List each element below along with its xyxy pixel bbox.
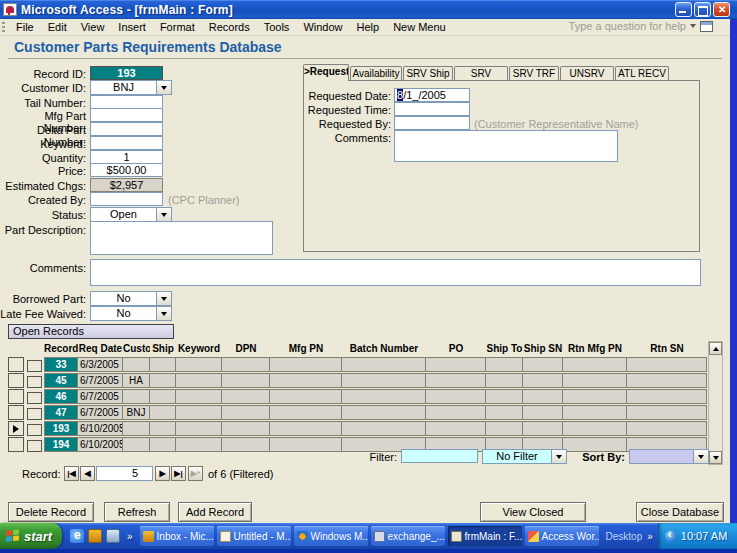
- empty-cell[interactable]: [270, 373, 342, 388]
- empty-cell[interactable]: [426, 373, 486, 388]
- req-date-cell[interactable]: 6/3/2005: [78, 357, 123, 372]
- empty-cell[interactable]: [627, 389, 707, 404]
- row-selector[interactable]: [8, 357, 24, 372]
- tray-status-icon[interactable]: [665, 530, 677, 542]
- comments-field[interactable]: [90, 259, 701, 286]
- row-expand-button[interactable]: [24, 437, 44, 452]
- record-cell[interactable]: 47: [44, 405, 78, 420]
- empty-cell[interactable]: [176, 373, 222, 388]
- empty-cell[interactable]: [486, 373, 523, 388]
- empty-cell[interactable]: [523, 373, 563, 388]
- tab-unsrv-unit[interactable]: UNSRV Unit: [560, 66, 614, 81]
- requested-time-field[interactable]: [394, 102, 470, 116]
- empty-cell[interactable]: [270, 405, 342, 420]
- empty-cell[interactable]: [563, 421, 627, 436]
- tab-comments-field[interactable]: [394, 130, 618, 162]
- customer-cell[interactable]: [123, 437, 150, 452]
- column-header[interactable]: Rtn Mfg PN: [563, 341, 627, 356]
- customer-id-combo[interactable]: BNJ: [90, 80, 172, 95]
- menu-format[interactable]: Format: [153, 20, 202, 34]
- empty-cell[interactable]: [342, 421, 426, 436]
- next-record-button[interactable]: ▶: [155, 466, 170, 481]
- keyword-field[interactable]: [90, 136, 163, 150]
- req-date-cell[interactable]: 6/10/2005: [78, 437, 123, 452]
- taskbar-button-untitled[interactable]: Untitled - M...: [217, 526, 291, 546]
- customer-cell[interactable]: BNJ: [123, 405, 150, 420]
- taskbar-button-access[interactable]: Access Wor...: [525, 526, 599, 546]
- table-row[interactable]: 45 6/7/2005 HA: [8, 373, 722, 388]
- record-cell[interactable]: 33: [44, 357, 78, 372]
- internet-explorer-icon[interactable]: [70, 529, 84, 543]
- first-record-button[interactable]: |◀: [64, 466, 79, 481]
- empty-cell[interactable]: [563, 389, 627, 404]
- req-date-cell[interactable]: 6/7/2005: [78, 405, 123, 420]
- customer-cell[interactable]: [123, 389, 150, 404]
- table-row[interactable]: 46 6/7/2005: [8, 389, 722, 404]
- empty-cell[interactable]: [176, 357, 222, 372]
- empty-cell[interactable]: [426, 357, 486, 372]
- table-row[interactable]: 194 6/10/2005: [8, 437, 722, 452]
- menu-file[interactable]: File: [9, 20, 41, 34]
- row-expand-button[interactable]: [24, 421, 44, 436]
- record-cell[interactable]: 193: [44, 421, 78, 436]
- empty-cell[interactable]: [176, 405, 222, 420]
- empty-cell[interactable]: [176, 437, 222, 452]
- taskbar-button-exchange[interactable]: exchange_...: [371, 526, 445, 546]
- late-fee-waived-combo[interactable]: No: [90, 306, 172, 321]
- delta-part-number-field[interactable]: [90, 122, 163, 136]
- empty-cell[interactable]: [342, 357, 426, 372]
- dropdown-arrow-icon[interactable]: [690, 24, 696, 28]
- table-row[interactable]: 47 6/7/2005 BNJ: [8, 405, 722, 420]
- empty-cell[interactable]: [150, 357, 176, 372]
- empty-cell[interactable]: [222, 389, 270, 404]
- sort-by-combo[interactable]: [629, 449, 709, 464]
- customer-cell[interactable]: HA: [123, 373, 150, 388]
- part-description-field[interactable]: [90, 221, 273, 255]
- requested-date-field[interactable]: 8/1_/2005: [394, 88, 470, 102]
- minimize-button[interactable]: [675, 2, 692, 17]
- column-header[interactable]: PO: [426, 341, 486, 356]
- empty-cell[interactable]: [222, 405, 270, 420]
- menu-insert[interactable]: Insert: [111, 20, 153, 34]
- empty-cell[interactable]: [627, 373, 707, 388]
- req-date-cell[interactable]: 6/10/2005: [78, 421, 123, 436]
- row-selector[interactable]: [8, 373, 24, 388]
- empty-cell[interactable]: [426, 421, 486, 436]
- tail-number-field[interactable]: [90, 95, 163, 109]
- empty-cell[interactable]: [523, 405, 563, 420]
- mfg-part-number-field[interactable]: [90, 108, 163, 122]
- tab-srv-trf[interactable]: SRV TRF: [509, 66, 559, 81]
- empty-cell[interactable]: [222, 421, 270, 436]
- menu-help[interactable]: Help: [350, 20, 387, 34]
- row-expand-button[interactable]: [24, 389, 44, 404]
- row-expand-button[interactable]: [24, 357, 44, 372]
- empty-cell[interactable]: [270, 389, 342, 404]
- mail-quicklaunch-icon[interactable]: [88, 529, 102, 543]
- current-record-arrow[interactable]: [8, 421, 24, 436]
- empty-cell[interactable]: [627, 421, 707, 436]
- empty-cell[interactable]: [486, 405, 523, 420]
- price-field[interactable]: $500.00: [90, 163, 163, 177]
- empty-cell[interactable]: [270, 437, 342, 452]
- row-selector[interactable]: [8, 405, 24, 420]
- column-header[interactable]: Keyword: [176, 341, 222, 356]
- borrowed-part-combo[interactable]: No: [90, 291, 172, 306]
- view-closed-records-button[interactable]: View Closed Records: [480, 502, 586, 522]
- column-header[interactable]: Mfg PN: [270, 341, 342, 356]
- column-header[interactable]: Record: [44, 341, 78, 356]
- table-scrollbar[interactable]: [708, 341, 723, 465]
- status-combo[interactable]: Open: [90, 207, 172, 222]
- delete-record-button[interactable]: Delete Record: [8, 502, 94, 522]
- empty-cell[interactable]: [222, 373, 270, 388]
- row-expand-button[interactable]: [24, 373, 44, 388]
- empty-cell[interactable]: [486, 389, 523, 404]
- requested-by-field[interactable]: [394, 116, 470, 130]
- empty-cell[interactable]: [486, 421, 523, 436]
- tab-srv-receipt[interactable]: SRV Receipt: [454, 66, 508, 81]
- menu-view[interactable]: View: [74, 20, 112, 34]
- messenger-quicklaunch-icon[interactable]: [106, 529, 120, 543]
- empty-cell[interactable]: [627, 357, 707, 372]
- column-header[interactable]: Req Date: [78, 341, 123, 356]
- window-state-icon[interactable]: [700, 21, 713, 32]
- empty-cell[interactable]: [342, 389, 426, 404]
